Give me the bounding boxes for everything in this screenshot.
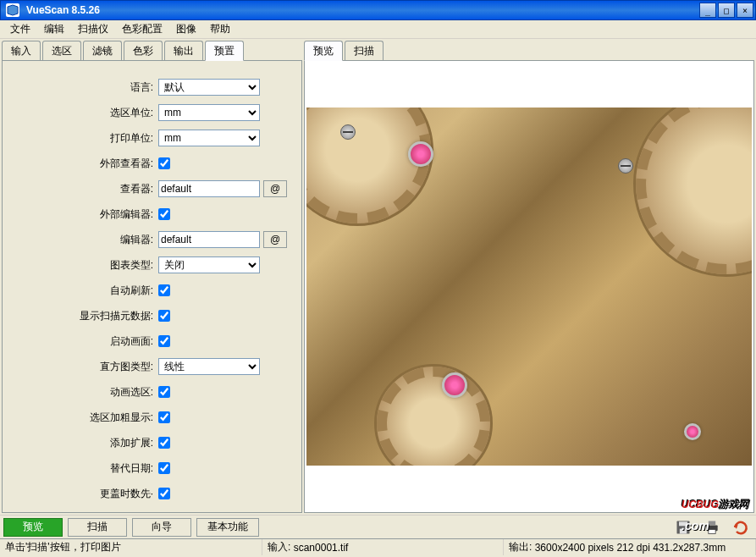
thick-crop-label: 选区加粗显示: xyxy=(6,411,158,425)
menu-scanner[interactable]: 扫描仪 xyxy=(71,20,115,38)
more-label: 更盖时数先· xyxy=(6,487,158,501)
language-select[interactable]: 默认 xyxy=(158,79,260,96)
menu-file[interactable]: 文件 xyxy=(3,20,37,38)
show-metadata-checkbox[interactable] xyxy=(158,310,170,322)
animate-crop-checkbox[interactable] xyxy=(158,386,170,398)
maximize-button[interactable]: □ xyxy=(718,3,735,18)
print-icon[interactable] xyxy=(702,517,722,538)
titlebar: VueScan 8.5.26 _ □ × xyxy=(0,0,756,20)
repeat-icon[interactable] xyxy=(731,517,751,538)
print-units-label: 打印单位: xyxy=(6,131,158,146)
tab-prefs[interactable]: 预置 xyxy=(205,41,244,61)
substitute-date-label: 替代日期: xyxy=(6,461,158,476)
preview-area[interactable] xyxy=(304,61,754,513)
editor-browse-button[interactable]: @ xyxy=(263,231,287,248)
status-hint: 单击'扫描'按钮，打印图片 xyxy=(0,539,262,555)
tab-scan[interactable]: 扫描 xyxy=(345,41,384,60)
basic-button[interactable]: 基本功能 xyxy=(196,518,259,537)
tab-input[interactable]: 输入 xyxy=(2,41,41,60)
menu-help[interactable]: 帮助 xyxy=(203,20,237,38)
menu-color-config[interactable]: 色彩配置 xyxy=(115,20,169,38)
graph-type-label: 图表类型: xyxy=(6,258,158,273)
right-tabs: 预览 扫描 xyxy=(304,41,754,61)
graph-type-select[interactable]: 关闭 xyxy=(158,256,260,273)
print-units-select[interactable]: mm xyxy=(158,130,260,146)
menu-edit[interactable]: 编辑 xyxy=(37,20,71,38)
minimize-button[interactable]: _ xyxy=(699,3,716,18)
crop-units-label: 选区单位: xyxy=(6,106,158,120)
guide-button[interactable]: 向导 xyxy=(132,518,191,537)
histogram-type-select[interactable]: 线性 xyxy=(158,358,260,375)
menubar: 文件 编辑 扫描仪 色彩配置 图像 帮助 xyxy=(0,20,756,39)
window-title: VueScan 8.5.26 xyxy=(23,4,699,16)
right-pane: 预览 扫描 xyxy=(304,41,754,513)
editor-input[interactable] xyxy=(158,231,260,248)
status-input: 输入: scan0001.tif xyxy=(262,539,504,555)
viewer-label: 查看器: xyxy=(6,182,158,196)
show-metadata-label: 显示扫描元数据: xyxy=(6,309,158,323)
add-ext-label: 添加扩展: xyxy=(6,436,158,450)
prefs-scroll[interactable]: 语言: 默认 选区单位: mm 打印单位: mm 外部查看器: 查看器: xyxy=(3,61,301,512)
left-tabs: 输入 选区 滤镜 色彩 输出 预置 xyxy=(2,41,302,61)
left-pane: 输入 选区 滤镜 色彩 输出 预置 语言: 默认 选区单位: mm 打印单位: … xyxy=(2,41,302,513)
close-button[interactable]: × xyxy=(737,3,753,18)
tab-preview[interactable]: 预览 xyxy=(304,41,343,61)
thick-crop-checkbox[interactable] xyxy=(158,411,170,423)
add-ext-checkbox[interactable] xyxy=(158,437,170,449)
preview-image xyxy=(306,108,752,466)
splash-screen-label: 启动画面: xyxy=(6,334,158,349)
animate-crop-label: 动画选区: xyxy=(6,385,158,400)
splash-screen-checkbox[interactable] xyxy=(158,335,170,347)
svg-rect-4 xyxy=(709,521,715,525)
tab-color[interactable]: 色彩 xyxy=(124,41,163,60)
external-editor-checkbox[interactable] xyxy=(158,208,170,220)
more-checkbox[interactable] xyxy=(158,488,170,499)
language-label: 语言: xyxy=(6,80,158,95)
svg-rect-5 xyxy=(709,529,715,533)
tab-output[interactable]: 输出 xyxy=(164,41,203,60)
viewer-browse-button[interactable]: @ xyxy=(263,180,287,197)
external-viewer-label: 外部查看器: xyxy=(6,157,158,171)
editor-label: 编辑器: xyxy=(6,233,158,247)
auto-refresh-label: 自动刷新: xyxy=(6,284,158,298)
external-viewer-checkbox[interactable] xyxy=(158,157,170,169)
svg-rect-2 xyxy=(680,528,687,533)
scan-button[interactable]: 扫描 xyxy=(68,518,127,537)
save-icon[interactable] xyxy=(673,517,693,538)
histogram-type-label: 直方图类型: xyxy=(6,360,158,374)
app-icon xyxy=(6,3,19,17)
svg-rect-1 xyxy=(679,521,687,526)
substitute-date-checkbox[interactable] xyxy=(158,462,170,474)
status-output: 输出: 3600x2400 pixels 212 dpi 431.2x287.3… xyxy=(504,539,756,555)
viewer-input[interactable] xyxy=(158,180,260,197)
bottombar: 预览 扫描 向导 基本功能 xyxy=(0,515,756,538)
tab-crop[interactable]: 选区 xyxy=(42,41,81,60)
menu-image[interactable]: 图像 xyxy=(169,20,203,38)
statusbar: 单击'扫描'按钮，打印图片 输入: scan0001.tif 输出: 3600x… xyxy=(0,538,756,555)
external-editor-label: 外部编辑器: xyxy=(6,207,158,222)
crop-units-select[interactable]: mm xyxy=(158,104,260,121)
auto-refresh-checkbox[interactable] xyxy=(158,284,170,296)
preview-button[interactable]: 预览 xyxy=(3,518,63,537)
tab-filter[interactable]: 滤镜 xyxy=(83,41,122,60)
